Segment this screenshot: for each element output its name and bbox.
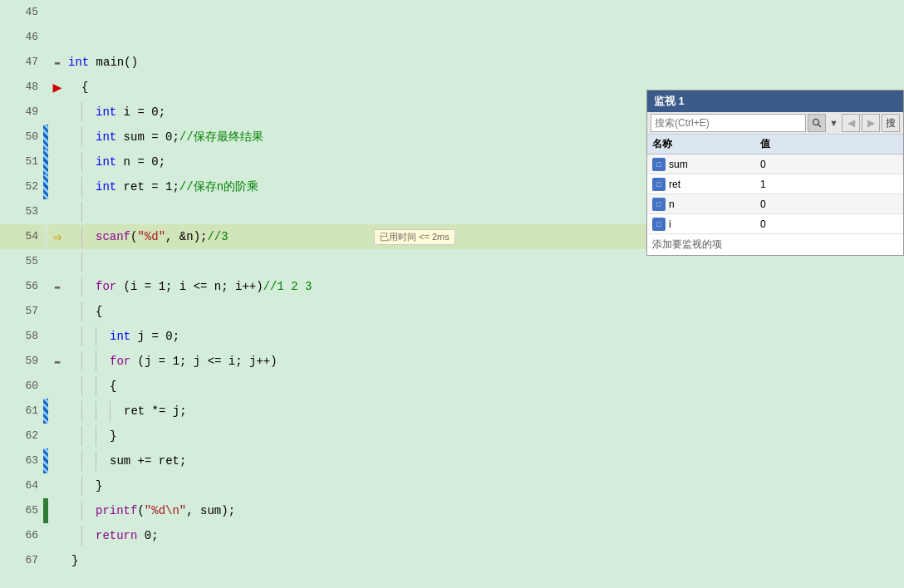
code-line-57: 57 { (0, 299, 904, 324)
gutter-58 (48, 324, 66, 349)
line-number: 52 (0, 174, 43, 199)
line-number: 59 (0, 349, 43, 374)
watch-row-n[interactable]: □ n 0 (647, 194, 903, 214)
line-number: 65 (0, 498, 43, 523)
code-content-45 (66, 0, 904, 25)
gutter-60 (48, 374, 66, 399)
gutter-50 (48, 125, 66, 149)
code-content-66: return 0; (66, 523, 904, 548)
line-number: 62 (0, 424, 43, 448)
code-content-63: sum += ret; (66, 448, 904, 473)
code-content-60: { (66, 374, 904, 399)
line-number: 64 (0, 473, 43, 498)
watch-title: 监视 1 (647, 91, 903, 112)
svg-line-1 (818, 125, 822, 128)
code-content-47: int main() (66, 50, 904, 75)
line-number: 57 (0, 299, 43, 324)
code-content-56: for (i = 1; i <= n; i++)//1 2 3 (66, 274, 904, 299)
watch-var-value: 0 (760, 159, 766, 170)
watch-var-icon: □ (652, 198, 666, 211)
gutter-52 (48, 174, 66, 199)
line-number: 48 (0, 75, 43, 100)
gutter-53 (48, 199, 66, 224)
gutter-55 (48, 249, 66, 274)
brace-open: { (81, 81, 88, 94)
code-line-64: 64 } (0, 473, 904, 498)
gutter-62 (48, 424, 66, 448)
code-line-45: 45 (0, 0, 904, 25)
watch-var-value: 1 (760, 179, 766, 190)
gutter-57 (48, 299, 66, 324)
code-content-46 (66, 25, 904, 50)
code-line-63: 63 sum += ret; (0, 448, 904, 473)
watch-toolbar: ▼ ◀ ▶ 搜 (647, 112, 903, 135)
watch-header: 名称 值 (647, 135, 903, 154)
line-number: 46 (0, 25, 43, 50)
gutter-45 (48, 0, 66, 25)
gutter-47: ▬ (48, 50, 66, 75)
collapse-icon-59[interactable]: ▬ (55, 356, 61, 366)
line-number: 54 (0, 224, 43, 249)
line-number: 56 (0, 274, 43, 299)
line-number: 45 (0, 0, 43, 25)
gutter-61 (48, 399, 66, 424)
svg-point-0 (813, 120, 819, 125)
code-line-59: 59 ▬ for (j = 1; j <= i; j++) (0, 349, 904, 374)
code-line-47: 47 ▬ int main() (0, 50, 904, 75)
editor-container: 45 46 47 ▬ int main() 48 (0, 0, 904, 588)
watch-panel: 监视 1 ▼ ◀ ▶ 搜 名称 值 □ sum 0 □ ret 1 □ n (646, 90, 904, 256)
watch-row-ret[interactable]: □ ret 1 (647, 174, 903, 194)
watch-var-name: sum (669, 159, 760, 170)
line-number: 51 (0, 149, 43, 174)
gutter-66 (48, 523, 66, 548)
watch-row-sum[interactable]: □ sum 0 (647, 154, 903, 174)
gutter-67 (48, 548, 66, 573)
line-number: 61 (0, 399, 43, 424)
watch-search-input[interactable] (651, 114, 806, 132)
gutter-48: ▶ (48, 75, 66, 100)
gutter-54: ⇒ (48, 224, 66, 249)
code-content-57: { (66, 299, 904, 324)
watch-search-icon[interactable] (808, 114, 826, 132)
code-text: int i = 0; (96, 105, 165, 119)
line-number: 63 (0, 448, 43, 473)
code-line-62: 62 } (0, 424, 904, 448)
code-line-67: 67 } (0, 548, 904, 573)
code-line-60: 60 { (0, 374, 904, 399)
execution-arrow-icon: ⇒ (53, 228, 62, 246)
code-content-62: } (66, 424, 904, 448)
collapse-icon[interactable]: ▬ (55, 57, 61, 67)
breakpoint-icon: ▶ (53, 78, 62, 96)
watch-forward-button[interactable]: ▶ (862, 114, 880, 132)
watch-row-i[interactable]: □ i 0 (647, 214, 903, 234)
line-number: 66 (0, 523, 43, 548)
gutter-46 (48, 25, 66, 50)
watch-col-val: 值 (760, 137, 898, 151)
code-line-65: 65 printf("%d\n", sum); (0, 498, 904, 523)
watch-col-name: 名称 (652, 137, 760, 151)
code-line-56: 56 ▬ for (i = 1; i <= n; i++)//1 2 3 (0, 274, 904, 299)
line-number: 60 (0, 374, 43, 399)
gutter-65 (48, 498, 66, 523)
watch-back-button[interactable]: ◀ (842, 114, 860, 132)
collapse-icon-56[interactable]: ▬ (55, 282, 61, 292)
watch-extra-search-button[interactable]: 搜 (882, 114, 900, 132)
line-number: 50 (0, 125, 43, 149)
gutter-64 (48, 473, 66, 498)
code-content-58: int j = 0; (66, 324, 904, 349)
watch-var-value: 0 (760, 198, 766, 210)
code-content-64: } (66, 473, 904, 498)
line-number: 55 (0, 249, 43, 274)
watch-var-icon: □ (652, 178, 666, 191)
gutter-51 (48, 149, 66, 174)
line-number: 53 (0, 199, 43, 224)
watch-add-item[interactable]: 添加要监视的项 (647, 234, 903, 255)
code-content-59: for (j = 1; j <= i; j++) (66, 349, 904, 374)
gutter-56: ▬ (48, 274, 66, 299)
code-line-66: 66 return 0; (0, 523, 904, 548)
code-content-65: printf("%d\n", sum); (66, 498, 904, 523)
line-number: 49 (0, 100, 43, 125)
watch-var-name: i (669, 218, 760, 230)
code-line-61: 61 ret *= j; (0, 399, 904, 424)
line-number: 67 (0, 548, 43, 573)
